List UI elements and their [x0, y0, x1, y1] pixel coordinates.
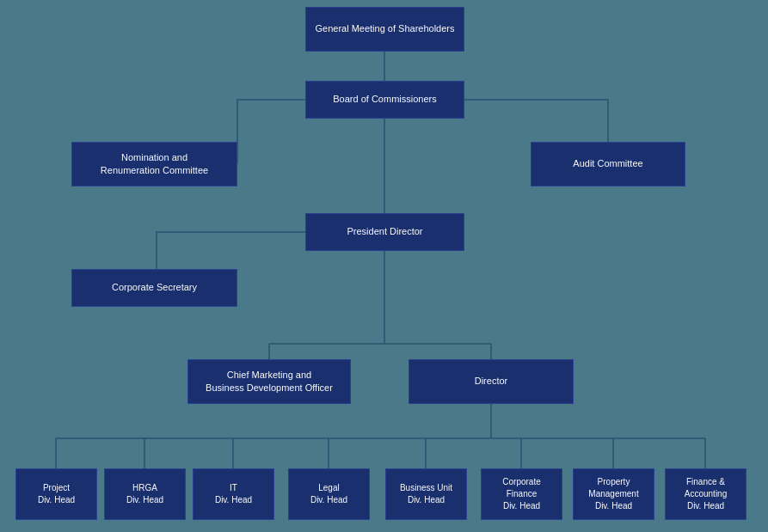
director-box: Director: [409, 359, 574, 404]
project-div-head-box: ProjectDiv. Head: [15, 468, 97, 520]
gms-box: General Meeting of Shareholders: [305, 7, 464, 52]
fa-div-head-box: Finance &AccountingDiv. Head: [665, 468, 746, 520]
bu-div-head-box: Business UnitDiv. Head: [385, 468, 467, 520]
legal-div-head-box: LegalDiv. Head: [288, 468, 370, 520]
president-director-box: President Director: [305, 213, 464, 251]
hrga-div-head-box: HRGADiv. Head: [104, 468, 186, 520]
it-div-head-box: ITDiv. Head: [193, 468, 274, 520]
nomination-box: Nomination andRenumeration Committee: [71, 142, 237, 187]
cf-div-head-box: CorporateFinanceDiv. Head: [481, 468, 562, 520]
org-chart: General Meeting of Shareholders Board of…: [0, 0, 768, 532]
boc-box: Board of Commissioners: [305, 81, 464, 119]
connector-lines: [0, 0, 768, 532]
corporate-secretary-box: Corporate Secretary: [71, 269, 237, 307]
audit-box: Audit Committee: [531, 142, 685, 187]
cmbo-box: Chief Marketing andBusiness Development …: [187, 359, 351, 404]
pm-div-head-box: PropertyManagementDiv. Head: [573, 468, 654, 520]
